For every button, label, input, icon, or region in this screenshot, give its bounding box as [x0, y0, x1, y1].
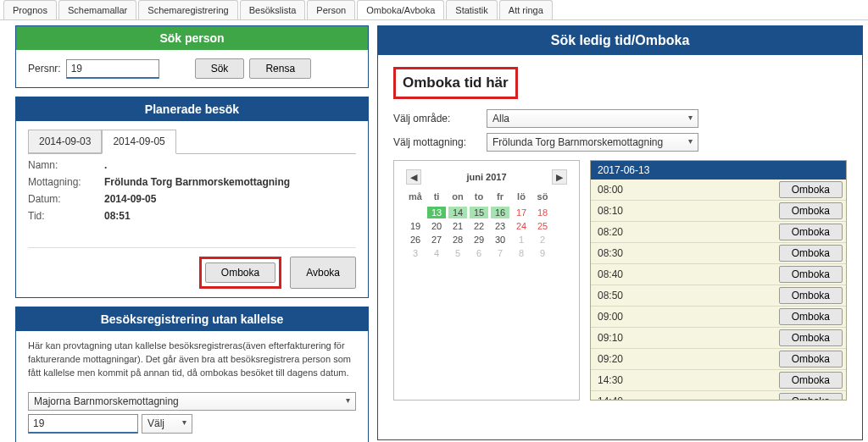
planned-visits-title: Planerade besök [16, 97, 368, 121]
calendar-day[interactable]: 17 [512, 207, 531, 218]
calendar-day [448, 203, 467, 205]
calendar-next-icon[interactable]: ▶ [552, 169, 567, 185]
slot-omboka-button[interactable]: Omboka [779, 393, 843, 400]
time-slot-panel: 2017-06-13 08:00Omboka08:10Omboka08:20Om… [590, 160, 847, 401]
time-slot-row: 08:50Omboka [591, 285, 846, 307]
calendar-day[interactable]: 29 [470, 234, 488, 246]
calendar-day [427, 203, 446, 205]
visit-registration-panel: Besöksregistrering utan kallelse Här kan… [15, 307, 369, 442]
tab-schemaregistrering[interactable]: Schemaregistrering [138, 0, 237, 19]
tab-att ringa[interactable]: Att ringa [499, 0, 553, 19]
calendar-day[interactable]: 9 [533, 247, 552, 259]
calendar-day[interactable]: 13 [427, 207, 446, 218]
persnr-label: Persnr: [28, 63, 61, 75]
omboka-button[interactable]: Omboka [205, 262, 275, 283]
calendar-day[interactable]: 20 [427, 220, 446, 232]
tab-schemamallar[interactable]: Schemamallar [58, 0, 136, 19]
tab-prognos[interactable]: Prognos [3, 0, 57, 19]
planned-date-tab[interactable]: 2014-09-05 [102, 130, 175, 154]
calendar-day[interactable]: 25 [533, 220, 552, 232]
reg-persnr-input[interactable]: 19 [28, 414, 138, 434]
slot-omboka-button[interactable]: Omboka [779, 266, 843, 283]
clear-button[interactable]: Rensa [249, 58, 311, 79]
datum-value: 2014-09-05 [104, 193, 156, 205]
slot-time: 08:40 [591, 266, 779, 283]
search-button[interactable]: Sök [195, 58, 245, 79]
slot-omboka-button[interactable]: Omboka [779, 202, 843, 219]
slot-time: 08:50 [591, 287, 779, 304]
calendar-day [533, 203, 552, 205]
slot-omboka-button[interactable]: Omboka [779, 224, 843, 240]
calendar-day[interactable]: 18 [533, 207, 552, 218]
slot-time: 09:20 [591, 351, 779, 367]
omboka-highlight: Omboka [199, 257, 281, 289]
calendar-day[interactable]: 7 [491, 247, 509, 259]
calendar-day[interactable]: 22 [470, 220, 488, 232]
slot-time: 08:10 [591, 202, 779, 219]
slot-omboka-button[interactable]: Omboka [779, 372, 843, 389]
calendar-dayhead: fr [491, 191, 509, 202]
calendar-day[interactable]: 4 [427, 247, 446, 259]
omboka-section-title: Omboka tid här [396, 69, 515, 97]
search-person-title: Sök person [16, 26, 368, 50]
avboka-button[interactable]: Avboka [290, 257, 356, 289]
time-slot-row: 08:20Omboka [591, 222, 846, 243]
calendar-day[interactable]: 5 [448, 247, 467, 259]
calendar-day[interactable]: 21 [448, 220, 467, 232]
omrade-label: Välj område: [393, 113, 487, 124]
tab-person[interactable]: Person [307, 0, 355, 19]
slot-time: 08:00 [591, 181, 779, 198]
datum-label: Datum: [28, 193, 104, 205]
calendar-title: juni 2017 [466, 172, 506, 182]
slot-omboka-button[interactable]: Omboka [779, 181, 843, 198]
main-tabs: PrognosSchemamallarSchemaregistreringBes… [0, 0, 868, 20]
slot-omboka-button[interactable]: Omboka [779, 308, 843, 325]
reg-mottagning-select[interactable]: Majorna Barnmorskemottagning [28, 392, 356, 411]
section-title-highlight: Omboka tid här [393, 67, 518, 99]
namn-value: . [104, 159, 107, 171]
calendar-day[interactable]: 30 [491, 234, 509, 246]
time-slot-row: 14:30Omboka [591, 370, 846, 391]
calendar: ◀ juni 2017 ▶ måtiontofrlösö131415161718… [393, 160, 580, 401]
calendar-dayhead: to [470, 191, 488, 202]
calendar-day[interactable]: 1 [512, 234, 531, 246]
mottag-select[interactable]: Frölunda Torg Barnmorskemottagning [487, 133, 698, 152]
omrade-select[interactable]: Alla [487, 109, 698, 128]
slot-omboka-button[interactable]: Omboka [779, 245, 843, 262]
reg-valj-select[interactable]: Välj [142, 414, 192, 434]
tid-value: 08:51 [104, 210, 131, 222]
calendar-day[interactable]: 2 [533, 234, 552, 246]
book-time-panel: Sök ledig tid/Omboka Omboka tid här Välj… [377, 25, 863, 440]
slot-omboka-button[interactable]: Omboka [779, 351, 843, 367]
tab-omboka/avboka[interactable]: Omboka/Avboka [357, 0, 444, 19]
slot-omboka-button[interactable]: Omboka [779, 329, 843, 346]
time-slot-row: 14:40Omboka [591, 391, 846, 400]
calendar-dayhead: lö [512, 191, 531, 202]
calendar-day[interactable]: 14 [448, 207, 467, 218]
planned-date-tab[interactable]: 2014-09-03 [28, 130, 102, 153]
calendar-day[interactable]: 6 [470, 247, 488, 259]
visit-registration-title: Besöksregistrering utan kallelse [16, 307, 368, 331]
tab-besökslista[interactable]: Besökslista [240, 0, 306, 19]
search-person-panel: Sök person Persnr: 19 Sök Rensa [15, 25, 369, 88]
calendar-day[interactable]: 28 [448, 234, 467, 246]
slot-date-header: 2017-06-13 [591, 161, 846, 180]
slot-omboka-button[interactable]: Omboka [779, 287, 843, 304]
time-slot-row: 08:00Omboka [591, 180, 846, 201]
calendar-day[interactable]: 3 [406, 247, 425, 259]
planned-visits-panel: Planerade besök 2014-09-032014-09-05 Nam… [15, 97, 369, 298]
calendar-day [512, 203, 531, 205]
calendar-day[interactable]: 23 [491, 220, 509, 232]
calendar-day[interactable]: 27 [427, 234, 446, 246]
tab-statistik[interactable]: Statistik [446, 0, 498, 19]
calendar-day[interactable]: 26 [406, 234, 425, 246]
persnr-input[interactable]: 19 [66, 59, 159, 79]
calendar-day[interactable]: 19 [406, 220, 425, 232]
calendar-prev-icon[interactable]: ◀ [406, 169, 421, 185]
mottag-select-label: Välj mottagning: [393, 136, 487, 148]
calendar-day[interactable]: 16 [491, 207, 509, 218]
calendar-day[interactable]: 15 [470, 207, 488, 218]
calendar-day[interactable]: 8 [512, 247, 531, 259]
calendar-day[interactable]: 24 [512, 220, 531, 232]
slot-time: 08:20 [591, 224, 779, 240]
